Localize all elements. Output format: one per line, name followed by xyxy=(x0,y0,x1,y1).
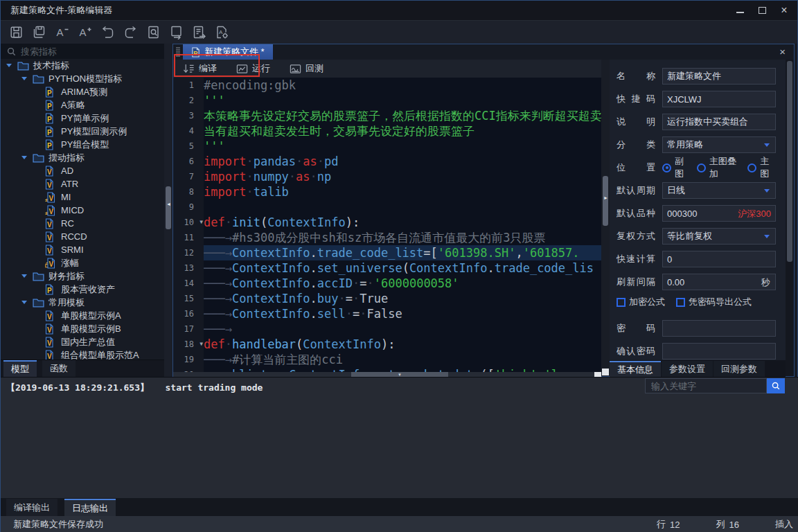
collapse-inspector-icon[interactable]: ► xyxy=(603,195,608,200)
keyword-search-input[interactable] xyxy=(645,378,767,393)
tree-item[interactable]: V组合模型单股示范A xyxy=(1,348,164,360)
tree-item[interactable]: V涨幅 xyxy=(1,256,164,269)
tree-item[interactable]: 常用模板 xyxy=(1,296,164,309)
indicator-search-input[interactable] xyxy=(21,46,139,57)
tab-model[interactable]: 模型 xyxy=(3,360,37,377)
tree-item[interactable]: ±VMI xyxy=(1,190,164,204)
expand-arrow-icon[interactable] xyxy=(21,156,27,159)
inspector-scrollbar[interactable] xyxy=(786,60,794,376)
radio-icon[interactable] xyxy=(697,163,706,172)
tree-item[interactable]: V国内生产总值 xyxy=(1,335,164,348)
sidebar-scrollbar[interactable]: ◄ xyxy=(164,44,172,377)
tree-item[interactable]: PPY模型回测示例 xyxy=(1,125,164,138)
close-panel-icon[interactable]: × xyxy=(779,46,786,58)
inspector-scrollbar-thumb[interactable] xyxy=(787,61,792,262)
description-input[interactable] xyxy=(662,114,776,130)
tree-item[interactable]: PPY组合模型 xyxy=(1,138,164,151)
run-script-icon[interactable] xyxy=(192,25,206,39)
tab-basic-info[interactable]: 基本信息 xyxy=(610,361,661,378)
radio-icon[interactable] xyxy=(747,163,756,172)
fold-arrow-icon[interactable]: ▼ xyxy=(200,341,203,348)
export-icon[interactable] xyxy=(169,25,184,39)
tree-item[interactable]: PYTHON模型指标 xyxy=(1,72,164,85)
expand-arrow-icon[interactable] xyxy=(21,77,27,80)
minimize-icon[interactable] xyxy=(735,6,745,15)
tree-item[interactable]: VSRMI xyxy=(1,243,164,256)
checkbox-icon[interactable] xyxy=(617,298,626,307)
tree-item[interactable]: 财务指标 xyxy=(1,269,164,283)
checkbox-option[interactable]: 凭密码导出公式 xyxy=(676,296,752,308)
formula-file-icon: V xyxy=(45,179,57,190)
tree-item[interactable]: PARIMA预测 xyxy=(1,85,164,98)
tab-param-settings[interactable]: 参数设置 xyxy=(662,361,713,378)
compile-button[interactable]: 编译 xyxy=(183,62,217,75)
shortcut-code-input[interactable] xyxy=(662,91,776,107)
search-icon xyxy=(6,46,17,57)
code-line: ''' xyxy=(204,139,601,154)
tree-item[interactable]: PA策略 xyxy=(1,98,164,112)
category-select[interactable]: 常用策略 xyxy=(662,136,776,153)
indicator-tree: 技术指标PYTHON模型指标PARIMA预测PA策略PPY简单示例PPY模型回测… xyxy=(1,59,164,360)
password-input[interactable] xyxy=(662,320,776,337)
tree-item[interactable]: PPY简单示例 xyxy=(1,112,164,125)
category-row: 分类常用策略 xyxy=(617,136,776,153)
tree-item[interactable]: VRC xyxy=(1,217,164,230)
adjust-mode-select[interactable]: 等比前复权 xyxy=(662,228,776,245)
tree-item[interactable]: VAD xyxy=(1,164,164,177)
tree-item[interactable]: VATR xyxy=(1,177,164,190)
close-icon[interactable]: × xyxy=(779,6,789,15)
run-button[interactable]: 运行 xyxy=(236,62,270,75)
checkbox-icon[interactable] xyxy=(676,298,685,307)
line-number: 17 xyxy=(173,321,204,337)
quick-calc-input[interactable] xyxy=(662,251,776,267)
radio-option[interactable]: 主图叠加 xyxy=(697,155,742,180)
radio-option[interactable]: 主图 xyxy=(747,155,776,180)
save-all-icon[interactable] xyxy=(32,25,46,39)
selected-value: 日线 xyxy=(667,184,685,197)
expand-arrow-icon[interactable] xyxy=(6,64,12,67)
tree-item[interactable]: ±VMICD xyxy=(1,204,164,217)
maximize-icon[interactable] xyxy=(757,6,767,15)
tree-item[interactable]: VRCCD xyxy=(1,230,164,243)
expand-arrow-icon[interactable] xyxy=(21,274,27,278)
sidebar-scrollbar-thumb[interactable] xyxy=(166,186,171,229)
svg-text:P: P xyxy=(47,287,52,294)
expand-arrow-icon[interactable] xyxy=(21,301,27,304)
fold-arrow-icon[interactable]: ▼ xyxy=(200,219,203,226)
tree-item[interactable]: 摆动指标 xyxy=(1,151,164,164)
collapse-sidebar-icon[interactable]: ◄ xyxy=(166,202,171,206)
font-increase-icon[interactable]: A xyxy=(78,25,92,39)
tree-item[interactable]: P股本营收资产 xyxy=(1,283,164,296)
radio-option[interactable]: 副图 xyxy=(662,155,691,180)
code-editor[interactable]: #encoding:gbk'''本策略事先设定好交易的股票篮子，然后根据指数的C… xyxy=(204,78,601,372)
redo-icon[interactable] xyxy=(123,25,138,39)
refresh-interval-input[interactable] xyxy=(662,274,776,290)
confirm-password-row: 确认密码 xyxy=(617,343,776,360)
line-number: 16 xyxy=(173,306,204,321)
confirm-password-input[interactable] xyxy=(662,343,776,360)
checkbox-option[interactable]: 加密公式 xyxy=(617,296,665,308)
tree-item[interactable]: V单股模型示例B xyxy=(1,322,164,335)
editor-vscroll-thumb[interactable] xyxy=(603,176,608,226)
search-button[interactable] xyxy=(767,378,785,393)
tab-backtest-params[interactable]: 回测参数 xyxy=(713,361,765,378)
editor-vertical-scrollbar[interactable]: ► xyxy=(601,60,610,376)
font-decrease-icon[interactable]: A xyxy=(55,25,69,39)
python-file-icon: P xyxy=(45,126,57,137)
undo-icon[interactable] xyxy=(100,25,115,39)
radio-icon[interactable] xyxy=(662,163,671,172)
line-number: 10▼ xyxy=(173,215,204,230)
tab-functions[interactable]: 函数 xyxy=(42,360,76,377)
save-icon[interactable] xyxy=(9,25,24,39)
tab-compile-output[interactable]: 编译输出 xyxy=(6,499,57,516)
strategy-name-input[interactable] xyxy=(662,68,776,85)
tree-item[interactable]: V单股模型示例A xyxy=(1,309,164,322)
find-in-file-icon[interactable] xyxy=(146,25,161,39)
tab-list-icon[interactable] xyxy=(175,46,181,58)
default-period-select[interactable]: 日线 xyxy=(662,182,776,199)
editor-tab-active[interactable]: P 新建策略文件 * xyxy=(183,44,273,60)
backtest-button[interactable]: 回测 xyxy=(290,62,323,75)
tree-item[interactable]: 技术指标 xyxy=(1,59,164,72)
tab-log-output[interactable]: 日志输出 xyxy=(64,499,116,516)
format-settings-icon[interactable]: A xyxy=(215,25,229,39)
